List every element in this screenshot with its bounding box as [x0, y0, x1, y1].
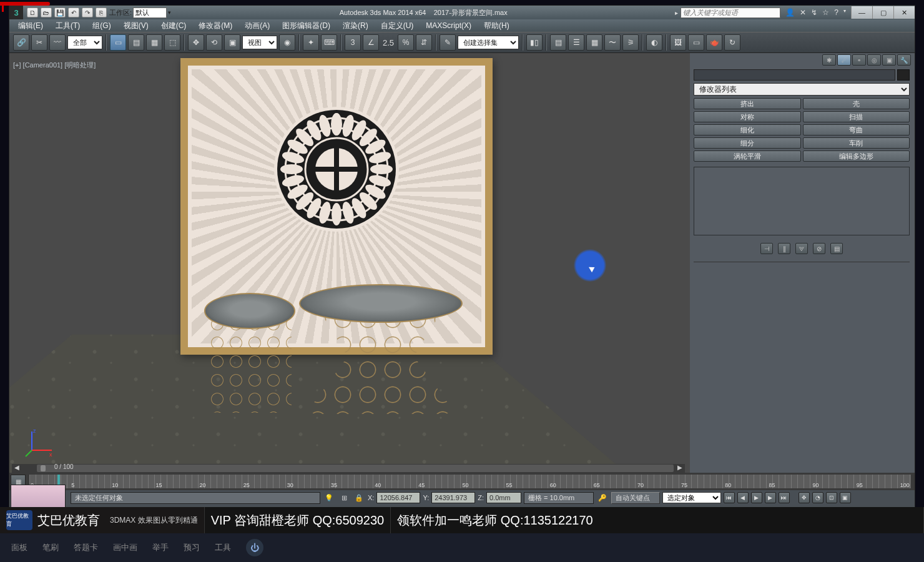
- named-sel-edit-icon[interactable]: ✎: [440, 34, 456, 51]
- menu-group[interactable]: 组(G): [86, 19, 117, 32]
- render-setup-icon[interactable]: 🖼: [670, 34, 686, 51]
- select-link-icon[interactable]: 🔗: [13, 34, 29, 51]
- rendered-frame-icon[interactable]: ▭: [688, 34, 704, 51]
- prev-frame-icon[interactable]: ◀: [737, 492, 749, 503]
- configure-sets-icon[interactable]: ▤: [830, 243, 843, 254]
- modifier-list-dropdown[interactable]: 修改器列表: [694, 83, 910, 96]
- modifier-shell[interactable]: 壳: [803, 98, 910, 109]
- sign-in-icon[interactable]: 👤: [785, 8, 795, 17]
- window-crossing-icon[interactable]: ⬚: [164, 34, 180, 51]
- menu-edit[interactable]: 编辑(E): [12, 19, 49, 32]
- select-object-icon[interactable]: ▭: [110, 34, 126, 51]
- bb-preview[interactable]: 预习: [184, 542, 200, 553]
- align-icon[interactable]: ▤: [550, 34, 566, 51]
- key-icon[interactable]: 🔑: [596, 492, 609, 503]
- time-slider-mini[interactable]: ◀ 0 / 100 ▶: [12, 464, 685, 473]
- wrench-icon[interactable]: ↯: [811, 8, 817, 17]
- object-name-input[interactable]: [694, 69, 895, 81]
- modifier-symmetry[interactable]: 对称: [694, 111, 801, 122]
- keyboard-shortcut-icon[interactable]: ⌨: [321, 34, 337, 51]
- open-file-icon[interactable]: 🗁: [41, 7, 52, 17]
- bind-space-warp-icon[interactable]: 〰: [49, 34, 66, 51]
- pan-view-icon[interactable]: ✥: [799, 492, 810, 503]
- bb-answer[interactable]: 答题卡: [74, 542, 98, 553]
- arc-rotate-icon[interactable]: ◔: [812, 492, 823, 503]
- workspace-dropdown[interactable]: 默认: [133, 7, 167, 18]
- save-file-icon[interactable]: 💾: [54, 7, 66, 17]
- bb-tools[interactable]: 工具: [215, 542, 231, 553]
- goto-end-icon[interactable]: ⏭: [779, 492, 790, 503]
- render-iterative-icon[interactable]: ↻: [724, 34, 740, 51]
- motion-tab-icon[interactable]: ◎: [867, 54, 881, 66]
- redo-icon[interactable]: ↷: [82, 7, 93, 17]
- play-icon[interactable]: ▶: [751, 492, 762, 503]
- search-input[interactable]: [681, 7, 780, 18]
- viewport[interactable]: [+] [Camera001] [明暗处理]: [9, 53, 690, 473]
- menu-tools[interactable]: 工具(T): [49, 19, 86, 32]
- select-by-name-icon[interactable]: ▤: [128, 34, 144, 51]
- snap-toggle-3-icon[interactable]: 3: [345, 34, 361, 51]
- app-logo[interactable]: 3: [9, 6, 23, 19]
- modifier-bend[interactable]: 弯曲: [803, 124, 910, 136]
- close-button[interactable]: ✕: [893, 6, 915, 19]
- minimize-button[interactable]: —: [851, 6, 872, 19]
- render-production-icon[interactable]: 🫖: [706, 34, 722, 51]
- modifier-subdivide[interactable]: 细分: [694, 137, 801, 149]
- coord-z-input[interactable]: [486, 492, 521, 503]
- menu-views[interactable]: 视图(V): [117, 19, 155, 32]
- coord-y-input[interactable]: [431, 492, 475, 503]
- maximize-viewport-icon[interactable]: ▣: [840, 492, 851, 503]
- menu-help[interactable]: 帮助(H): [478, 19, 516, 32]
- menu-animation[interactable]: 动画(A): [238, 19, 276, 32]
- bb-brush[interactable]: 笔刷: [42, 542, 59, 553]
- isolate-icon[interactable]: ⊞: [338, 492, 350, 503]
- menu-graph-editors[interactable]: 图形编辑器(D): [276, 19, 337, 32]
- track-bar[interactable]: ▦ 05101520253035404550556065707580859095…: [9, 473, 915, 490]
- pin-stack-icon[interactable]: ⊣: [760, 243, 773, 254]
- mirror-icon[interactable]: ▮▯: [526, 34, 543, 51]
- modifier-stack[interactable]: [694, 167, 910, 235]
- zoom-extents-icon[interactable]: ⊡: [826, 492, 837, 503]
- scale-icon[interactable]: ▣: [224, 34, 240, 51]
- viewport-label[interactable]: [+] [Camera001] [明暗处理]: [13, 61, 96, 70]
- make-unique-icon[interactable]: ⩔: [795, 243, 808, 254]
- key-filter-dropdown[interactable]: 选定对象: [662, 492, 721, 503]
- modifier-lathe[interactable]: 车削: [803, 137, 910, 149]
- material-editor-icon[interactable]: ◐: [646, 34, 662, 51]
- menu-maxscript[interactable]: MAXScript(X): [420, 20, 478, 31]
- exchange-icon[interactable]: ✕: [800, 8, 806, 17]
- modifier-tessellate[interactable]: 细化: [694, 124, 801, 136]
- goto-start-icon[interactable]: ⏮: [724, 492, 735, 503]
- favorite-icon[interactable]: ☆: [822, 8, 829, 17]
- undo-icon[interactable]: ↶: [68, 7, 79, 17]
- modify-tab-icon[interactable]: ☄: [837, 54, 851, 66]
- layer-manager-icon[interactable]: ☰: [568, 34, 584, 51]
- help-icon[interactable]: ?: [834, 8, 838, 17]
- menu-rendering[interactable]: 渲染(R): [337, 19, 375, 32]
- link-icon[interactable]: ⎘: [96, 7, 107, 17]
- unlink-icon[interactable]: ✂: [31, 34, 47, 51]
- modifier-editpoly[interactable]: 编辑多边形: [803, 150, 910, 162]
- modifier-extrude[interactable]: 挤出: [694, 98, 801, 109]
- manipulate-icon[interactable]: ✦: [303, 34, 319, 51]
- menu-customize[interactable]: 自定义(U): [375, 19, 420, 32]
- modifier-turbosmooth[interactable]: 涡轮平滑: [694, 150, 801, 162]
- bb-panel[interactable]: 面板: [11, 542, 27, 553]
- curve-editor-icon[interactable]: 〜: [604, 34, 621, 51]
- chevron-right-icon[interactable]: ▸: [672, 9, 681, 16]
- ref-coord-dropdown[interactable]: 视图: [242, 36, 277, 49]
- autokey-button[interactable]: 自动关键点: [611, 492, 660, 504]
- remove-modifier-icon[interactable]: ⊘: [813, 243, 825, 254]
- use-center-icon[interactable]: ◉: [279, 34, 295, 51]
- selection-filter-dropdown[interactable]: 全部: [67, 36, 102, 49]
- coord-x-input[interactable]: [376, 492, 420, 503]
- rotate-icon[interactable]: ⟲: [206, 34, 222, 51]
- lock-selection-icon[interactable]: 💡: [323, 492, 335, 503]
- bb-pip[interactable]: 画中画: [113, 542, 137, 553]
- display-tab-icon[interactable]: ▣: [882, 54, 896, 66]
- bb-raise-hand[interactable]: 举手: [152, 542, 169, 553]
- lock-icon[interactable]: 🔒: [353, 492, 365, 503]
- power-icon[interactable]: ⏻: [246, 539, 263, 556]
- create-tab-icon[interactable]: ✱: [822, 54, 836, 66]
- modifier-sweep[interactable]: 扫描: [803, 111, 910, 122]
